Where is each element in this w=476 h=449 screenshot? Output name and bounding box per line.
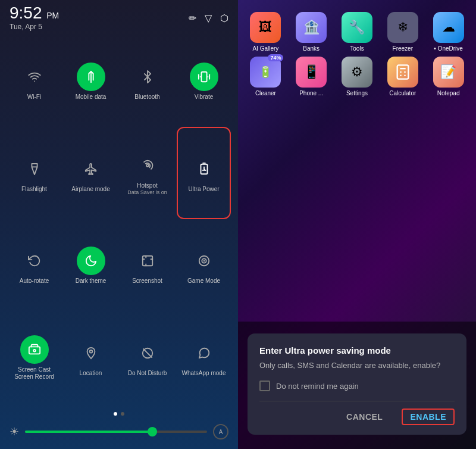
- tile-wifi[interactable]: Wi-Fi: [7, 38, 61, 124]
- brightness-thumb: [148, 427, 157, 436]
- screen-cast-icon: [28, 343, 41, 356]
- svg-point-19: [203, 260, 205, 261]
- page-dots: [0, 409, 238, 419]
- auto-label: A: [219, 429, 223, 435]
- freezer-icon: ❄: [387, 12, 418, 43]
- edit-icon: ✏: [189, 13, 196, 24]
- calculator-icon: [387, 57, 418, 88]
- game-mode-icon: [198, 254, 211, 267]
- tools-label: Tools: [350, 45, 364, 52]
- tile-ultra-power-label: Ultra Power: [188, 186, 219, 193]
- tile-ultra-power[interactable]: Ultra Power: [177, 127, 231, 220]
- auto-rotate-icon: [28, 254, 41, 267]
- svg-rect-12: [142, 256, 152, 266]
- ultra-power-icon: [198, 163, 211, 176]
- tile-screenshot[interactable]: Screenshot: [120, 222, 174, 308]
- bluetooth-icon: [141, 70, 154, 83]
- brightness-auto[interactable]: A: [213, 424, 228, 439]
- ampm-value: PM: [46, 11, 59, 20]
- tile-wifi-label: Wi-Fi: [27, 93, 41, 101]
- dnd-icon: [141, 347, 154, 360]
- tile-whatsapp[interactable]: WhatsApp mode: [177, 310, 231, 404]
- dialog-body: Only calls, SMS and Calendar are availab…: [259, 360, 455, 371]
- tile-mobile-data-label: Mobile data: [76, 93, 107, 101]
- notepad-label: Notepad: [437, 90, 460, 96]
- time-block: 9:52 PM Tue, Apr 5: [10, 5, 59, 31]
- tile-auto-rotate-label: Auto-rotate: [20, 277, 49, 285]
- dialog-divider: [259, 401, 455, 401]
- dialog-checkbox-label: Do not remind me again: [276, 382, 359, 391]
- dot-1: [114, 412, 117, 416]
- settings-icon: ⬡: [220, 13, 228, 24]
- clock: 9:52 PM: [10, 5, 59, 21]
- tile-whatsapp-label: WhatsApp mode: [182, 370, 226, 377]
- tile-mobile-data[interactable]: Mobile data: [64, 38, 118, 124]
- home-screen-panel: 🖼 AI Gallery 🏦 Banks 🔧 Tools ❄ Freezer ☁…: [238, 0, 476, 449]
- tile-screen-cast-label: Screen Cast Screen Record: [14, 366, 54, 381]
- flashlight-icon: [28, 163, 41, 176]
- tile-vibrate-label: Vibrate: [195, 93, 214, 101]
- tile-flashlight[interactable]: Flashlight: [7, 127, 61, 220]
- app-cleaner[interactable]: 🔋 74% Cleaner: [245, 57, 286, 96]
- notepad-icon: 📝: [433, 57, 464, 88]
- tile-vibrate[interactable]: Vibrate: [177, 38, 231, 124]
- freezer-label: Freezer: [393, 45, 413, 52]
- settings-app-icon: ⚙: [342, 57, 372, 88]
- airplane-icon: [84, 163, 98, 176]
- tile-hotspot[interactable]: Hotspot Data Saver is on: [120, 127, 174, 220]
- app-notepad[interactable]: 📝 Notepad: [428, 57, 469, 96]
- ultra-power-dialog: Enter Ultra power saving mode Only calls…: [248, 333, 466, 435]
- tile-dnd[interactable]: Do Not Disturb: [120, 310, 174, 404]
- dialog-title: Enter Ultra power saving mode: [259, 345, 455, 356]
- tile-location-label: Location: [80, 370, 102, 377]
- cleaner-icon: 🔋 74%: [250, 57, 281, 88]
- gallery-icon: 🖼: [250, 12, 281, 43]
- tile-bluetooth[interactable]: Bluetooth: [120, 38, 174, 124]
- quick-settings-grid: Wi-Fi Mobile data Bluetooth: [0, 33, 238, 409]
- svg-marker-6: [32, 163, 37, 174]
- tile-screenshot-label: Screenshot: [132, 277, 162, 285]
- brightness-icon: ☀: [10, 425, 19, 438]
- app-phone[interactable]: 📱 Phone ...: [291, 57, 332, 96]
- tile-dark-theme[interactable]: Dark theme: [64, 222, 118, 308]
- brightness-fill: [25, 431, 152, 433]
- onedrive-icon: ☁: [433, 12, 464, 43]
- cancel-button[interactable]: CANCEL: [342, 409, 387, 425]
- date-value: Tue, Apr 5: [10, 23, 59, 31]
- dialog-checkbox[interactable]: [259, 381, 270, 391]
- dot-2: [121, 412, 124, 416]
- app-settings[interactable]: ⚙ Settings: [337, 57, 378, 96]
- tile-airplane[interactable]: Airplane mode: [64, 127, 118, 220]
- app-gallery[interactable]: 🖼 AI Gallery: [245, 12, 286, 52]
- svg-rect-20: [29, 347, 39, 354]
- screenshot-icon: [141, 254, 154, 267]
- quick-settings-panel: 9:52 PM Tue, Apr 5 ✏ ▽ ⬡ Wi-Fi: [0, 0, 238, 449]
- app-grid: 🖼 AI Gallery 🏦 Banks 🔧 Tools ❄ Freezer ☁…: [238, 0, 476, 104]
- app-freezer[interactable]: ❄ Freezer: [382, 12, 423, 52]
- app-onedrive[interactable]: ☁ • OneDrive: [428, 12, 469, 52]
- dialog-overlay: Enter Ultra power saving mode Only calls…: [238, 322, 476, 449]
- status-bar: 9:52 PM Tue, Apr 5 ✏ ▽ ⬡: [0, 0, 238, 33]
- tile-screen-cast[interactable]: Screen Cast Screen Record: [7, 310, 61, 404]
- filter-icon: ▽: [205, 13, 212, 24]
- whatsapp-icon: [198, 347, 211, 360]
- tile-location[interactable]: Location: [64, 310, 118, 404]
- tile-airplane-label: Airplane mode: [71, 186, 109, 193]
- banks-label: Banks: [303, 45, 320, 52]
- tile-hotspot-sublabel: Data Saver is on: [127, 189, 167, 196]
- svg-point-22: [89, 350, 92, 353]
- brightness-track[interactable]: [25, 431, 207, 433]
- tile-auto-rotate[interactable]: Auto-rotate: [7, 222, 61, 308]
- enable-button[interactable]: ENABLE: [402, 409, 455, 425]
- wifi-icon: [28, 70, 41, 83]
- app-calculator[interactable]: Calculator: [382, 57, 423, 96]
- app-banks[interactable]: 🏦 Banks: [291, 12, 332, 52]
- tile-dnd-label: Do Not Disturb: [128, 370, 167, 377]
- tile-game-mode[interactable]: Game Mode: [177, 222, 231, 308]
- battery-badge: 74%: [268, 54, 283, 61]
- app-tools[interactable]: 🔧 Tools: [337, 12, 378, 52]
- dialog-checkbox-row: Do not remind me again: [259, 381, 455, 391]
- phone-label: Phone ...: [299, 90, 323, 96]
- tools-icon: 🔧: [342, 12, 372, 43]
- cleaner-label: Cleaner: [255, 90, 276, 96]
